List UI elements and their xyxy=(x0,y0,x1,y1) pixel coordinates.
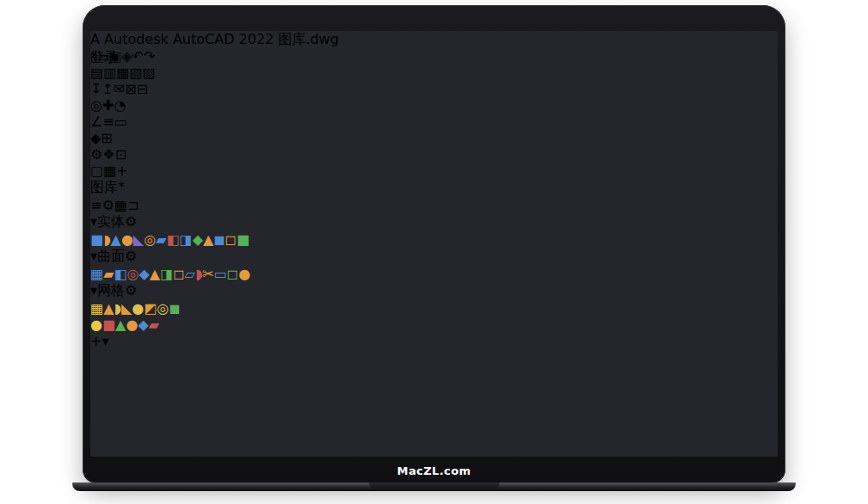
layers-icon[interactable]: ≡ xyxy=(102,114,114,130)
redo-icon[interactable]: ↷ xyxy=(144,48,155,65)
solid-wedge-icon[interactable]: ◣ xyxy=(133,231,144,248)
add-palette-icon[interactable]: + xyxy=(90,333,102,349)
mesh-box-icon[interactable]: ▦ xyxy=(90,300,103,317)
mesh-smooth-icon[interactable]: ◼ xyxy=(169,300,180,317)
blocks-icon[interactable]: ◆ xyxy=(90,130,101,146)
drawing-canvas[interactable]: 平面植物平面健身器平面标志强弱电标识平面休闲桌椅平面写字台平面电器平面门平面灯具 xyxy=(90,349,778,457)
screen: A Autodesk AutoCAD 2022 图库.dwg 登录 ▯▱▣◈↶↷… xyxy=(90,31,778,457)
solid-cylinder-icon[interactable]: ◗ xyxy=(103,231,110,248)
content-palette-icon[interactable]: ❖ xyxy=(102,146,114,163)
solid-union-icon[interactable]: ◼ xyxy=(213,231,225,248)
palette-section-solid[interactable]: ▾实体⚙ xyxy=(90,213,778,231)
undo-icon[interactable]: ↶ xyxy=(132,48,144,65)
solid-subtract-icon[interactable]: ◻ xyxy=(225,231,237,248)
tool-palette: ▾实体⚙■◗▲●◣◎▰◧◨◆▲◼◻■▾曲面⚙▦▰◧◎◆▲◨◻▱◗✂▭◻●▾网格⚙… xyxy=(90,213,778,349)
surface-blend-icon[interactable]: ◨ xyxy=(160,266,173,282)
workspace: ▾实体⚙■◗▲●◣◎▰◧◨◆▲◼◻■▾曲面⚙▦▰◧◎◆▲◨◻▱◗✂▭◻●▾网格⚙… xyxy=(90,213,778,457)
dock-panel-icon[interactable]: ⊐ xyxy=(127,197,139,213)
surface-sculpt-icon[interactable]: ● xyxy=(238,266,250,282)
save-as-icon[interactable]: ◈ xyxy=(121,48,132,65)
materials-icon[interactable]: ● xyxy=(90,317,102,333)
solid-sphere-icon[interactable]: ● xyxy=(121,231,133,248)
render-icon[interactable]: ■ xyxy=(102,317,115,333)
document-title: 图库.dwg xyxy=(278,31,338,47)
surface-loft-icon[interactable]: ▲ xyxy=(150,266,160,282)
surface-trim-icon[interactable]: ✂ xyxy=(202,266,213,282)
gear-icon[interactable]: ⚙ xyxy=(125,213,137,230)
surface-extend-icon[interactable]: ▭ xyxy=(214,266,227,282)
view-controls: ▢▦+ xyxy=(90,163,778,179)
lights-icon[interactable]: ▲ xyxy=(115,317,126,333)
laptop-chin: MacZL.com xyxy=(83,458,785,483)
surface-patch-icon[interactable]: ◻ xyxy=(173,266,184,282)
solid-polysolid-icon[interactable]: ▰ xyxy=(156,231,166,248)
grid-panel-icon[interactable]: ▦ xyxy=(114,197,127,213)
open-file-icon[interactable]: ▱ xyxy=(98,48,108,65)
solid-sweep-icon[interactable]: ◆ xyxy=(193,231,203,248)
pan-icon[interactable]: ✚ xyxy=(102,97,114,114)
xref-icon[interactable]: ⊞ xyxy=(101,130,112,146)
surface-sweep-icon[interactable]: ◆ xyxy=(139,266,150,282)
plot-icon[interactable]: ▥ xyxy=(103,65,116,81)
palette-section-label: 网格 xyxy=(97,282,125,298)
macbook-frame: A Autodesk AutoCAD 2022 图库.dwg 登录 ▯▱▣◈↶↷… xyxy=(83,5,785,483)
new-file-icon[interactable]: ▯ xyxy=(90,48,98,65)
print-icon[interactable]: ▤ xyxy=(90,65,103,81)
mesh-pyramid-icon[interactable]: ◣ xyxy=(121,300,132,317)
zoom-icon[interactable]: ◎ xyxy=(90,97,102,114)
solid-loft-icon[interactable]: ▲ xyxy=(203,231,213,248)
solid-extrude-icon[interactable]: ◧ xyxy=(166,231,179,248)
import-icon[interactable]: ↧ xyxy=(90,81,102,97)
brand-label: MacZL.com xyxy=(397,464,471,477)
surface-untrim-icon[interactable]: ◻ xyxy=(227,266,238,282)
mesh-sphere-icon[interactable]: ● xyxy=(132,300,144,317)
tab-row: ▢▦+ 图库* ≡⚙▦⊐ xyxy=(90,163,778,213)
measure-icon[interactable]: ∠ xyxy=(90,114,102,130)
orbit-icon[interactable]: ◔ xyxy=(114,97,126,114)
mesh-wedge-icon[interactable]: ◩ xyxy=(144,300,157,317)
gear-icon[interactable]: ⚙ xyxy=(125,248,137,264)
page-setup-icon[interactable]: ▧ xyxy=(129,65,142,81)
tool-sets-icon[interactable]: ⚙ xyxy=(90,146,102,163)
paste-icon[interactable]: ⊟ xyxy=(137,81,148,97)
publish-icon[interactable]: ▨ xyxy=(143,65,156,81)
mesh-cylinder-icon[interactable]: ◗ xyxy=(114,300,120,317)
copy-icon[interactable]: ⊠ xyxy=(125,81,136,97)
palette-section-mesh[interactable]: ▾网格⚙ xyxy=(90,282,778,300)
chevron-down-icon: ▾ xyxy=(90,213,97,230)
palette-overflow-icon[interactable]: ▾ xyxy=(102,333,108,349)
surface-offset-icon[interactable]: ▱ xyxy=(185,266,195,282)
motion-path-icon[interactable]: ▰ xyxy=(149,317,159,333)
solid-revolve-icon[interactable]: ◨ xyxy=(180,231,193,248)
chevron-down-icon: ▾ xyxy=(90,282,97,298)
document-tab[interactable]: 图库* xyxy=(90,179,778,197)
solid-intersect-icon[interactable]: ■ xyxy=(237,231,249,248)
solid-box-icon[interactable]: ■ xyxy=(90,231,103,248)
camera-icon[interactable]: ◆ xyxy=(138,317,148,333)
export-icon[interactable]: ↥ xyxy=(102,81,113,97)
surface-extrude-icon[interactable]: ◧ xyxy=(114,266,126,282)
main-toolbar: ▯▱▣◈↶↷▤▥▦▧▨↧↥✉⊠⊟◎✚◔∠≡▭◆⊞⚙❖⊡ xyxy=(90,48,778,163)
plot-preview-icon[interactable]: ▦ xyxy=(116,65,129,81)
grid-view-icon[interactable]: ▦ xyxy=(103,163,116,179)
match-properties-icon[interactable]: ▭ xyxy=(114,114,127,130)
reference-icon[interactable]: ⊡ xyxy=(115,146,126,163)
sun-icon[interactable]: ● xyxy=(126,317,138,333)
etransmit-icon[interactable]: ✉ xyxy=(114,81,125,97)
new-tab-icon[interactable]: + xyxy=(116,163,127,179)
solid-torus-icon[interactable]: ◎ xyxy=(144,231,156,248)
palette-section-surface[interactable]: ▾曲面⚙ xyxy=(90,248,778,266)
panel-menu-icon[interactable]: ≡ xyxy=(90,197,102,213)
solid-cone-icon[interactable]: ▲ xyxy=(111,231,121,248)
surface-planar-icon[interactable]: ▰ xyxy=(103,266,114,282)
mesh-cone-icon[interactable]: ▲ xyxy=(103,300,114,317)
save-icon[interactable]: ▣ xyxy=(108,48,121,65)
viewport-icon[interactable]: ▢ xyxy=(90,163,103,179)
surface-revolve-icon[interactable]: ◎ xyxy=(127,266,139,282)
gear-icon[interactable]: ⚙ xyxy=(125,282,137,298)
autocad-logo-icon: A xyxy=(90,31,100,47)
page: A Autodesk AutoCAD 2022 图库.dwg 登录 ▯▱▣◈↶↷… xyxy=(0,0,868,504)
panel-settings-icon[interactable]: ⚙ xyxy=(102,197,114,213)
mesh-torus-icon[interactable]: ◎ xyxy=(157,300,169,317)
surface-network-icon[interactable]: ▦ xyxy=(90,266,103,282)
